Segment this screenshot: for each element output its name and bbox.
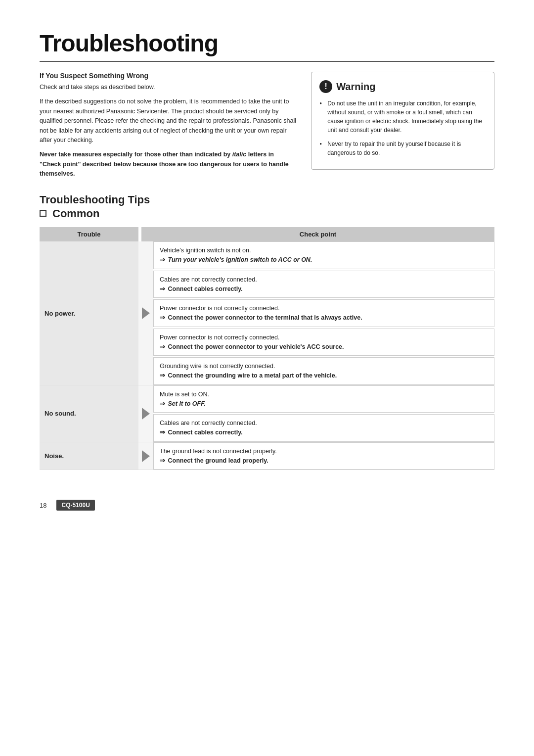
checkpoint-text: Cables are not correctly connected. [160, 420, 257, 426]
checkpoint-noise-1: The ground lead is not connected properl… [153, 442, 494, 470]
warning-box: ! Warning Do not use the unit in an irre… [311, 72, 494, 170]
checkpoint-action: Connect the power connector to the termi… [168, 314, 362, 321]
arrow-right-icon: ⇒ [160, 400, 165, 407]
table-row-no-power: No power. Vehicle's ignition switch is n… [40, 241, 494, 385]
checkpoint-action: Connect the grounding wire to a metal pa… [168, 372, 337, 379]
warning-bullet-2: Never try to repair the unit by yourself… [319, 140, 486, 157]
arrow-right-icon: ⇒ [160, 314, 165, 321]
arrow-right-icon: ⇒ [160, 457, 165, 464]
checkpoint-text: Grounding wire is not correctly connecte… [160, 363, 275, 370]
checkpoint-text: The ground lead is not connected properl… [160, 448, 277, 455]
table-row-no-sound: No sound. Mute is set to ON. ⇒ Set it to… [40, 385, 494, 442]
checkpoints-noise: The ground lead is not connected properl… [153, 442, 494, 470]
warning-bullets: Do not use the unit in an irregular cond… [319, 99, 486, 157]
checkpoint-action: Connect cables correctly. [168, 429, 242, 436]
italic-text: italic [232, 151, 247, 158]
arrow-noise [138, 442, 153, 470]
checkpoint-action: Set it to OFF. [168, 400, 205, 407]
arrow-no-sound [138, 385, 153, 442]
page-title: Troubleshooting [40, 30, 494, 57]
checkpoint-action: Turn your vehicle's ignition switch to A… [168, 256, 312, 263]
checkpoint-action: Connect the ground lead properly. [168, 457, 268, 464]
checkpoint-no-sound-1: Mute is set to ON. ⇒ Set it to OFF. [153, 385, 494, 413]
trouble-no-sound: No sound. [40, 385, 138, 442]
checkpoint-no-power-1: Vehicle's ignition switch is not on. ⇒ T… [153, 241, 494, 269]
checkpoint-no-sound-2: Cables are not correctly connected. ⇒ Co… [153, 414, 494, 442]
title-divider [40, 61, 494, 62]
page-number: 18 [40, 502, 46, 509]
checkpoint-no-power-5: Grounding wire is not correctly connecte… [153, 357, 494, 385]
trouble-no-power: No power. [40, 241, 138, 385]
header-trouble: Trouble [40, 227, 138, 241]
tips-title: Troubleshooting Tips [40, 193, 494, 206]
arrow-right-icon: ⇒ [160, 285, 165, 292]
checkpoint-no-power-2: Cables are not correctly connected. ⇒ Co… [153, 271, 494, 298]
warning-bullet-1: Do not use the unit in an irregular cond… [319, 99, 486, 135]
warning-label: Warning [336, 81, 375, 93]
checkpoint-no-power-3: Power connector is not correctly connect… [153, 299, 494, 327]
checkpoint-text: Mute is set to ON. [160, 391, 209, 398]
checkpoint-action: Connect cables correctly. [168, 285, 242, 292]
model-badge: CQ-5100U [56, 500, 94, 511]
left-column: If You Suspect Something Wrong Check and… [40, 72, 296, 179]
page-footer: 18 CQ-5100U [40, 500, 494, 511]
arrow-right-icon: ⇒ [160, 372, 165, 379]
suspect-heading: If You Suspect Something Wrong [40, 72, 296, 80]
tips-subtitle-label: Common [52, 207, 99, 220]
checkpoints-no-sound: Mute is set to ON. ⇒ Set it to OFF. Cabl… [153, 385, 494, 442]
checkpoint-text: Cables are not correctly connected. [160, 276, 257, 283]
checkpoint-no-power-4: Power connector is not correctly connect… [153, 329, 494, 356]
arrow-right-icon: ⇒ [160, 343, 165, 350]
intro-text-1: Check and take steps as described below. [40, 83, 296, 92]
arrow-right-icon: ⇒ [160, 256, 165, 263]
bold-warning-text: Never take measures especially for those… [40, 150, 296, 179]
checkpoint-text: Power connector is not correctly connect… [160, 305, 279, 312]
checkpoints-no-power: Vehicle's ignition switch is not on. ⇒ T… [153, 241, 494, 385]
trouble-noise: Noise. [40, 442, 138, 470]
arrow-shape [142, 307, 150, 319]
arrow-shape [142, 450, 150, 462]
checkpoint-action: Connect the power connector to your vehi… [168, 343, 344, 350]
warning-title: ! Warning [319, 80, 486, 93]
arrow-no-power [138, 241, 153, 385]
warning-icon: ! [319, 80, 332, 93]
arrow-shape [142, 408, 150, 420]
intro-text-2: If the described suggestions do not solv… [40, 97, 296, 145]
checkpoint-text: Power connector is not correctly connect… [160, 334, 279, 341]
table-row-noise: Noise. The ground lead is not connected … [40, 442, 494, 471]
right-column: ! Warning Do not use the unit in an irre… [311, 72, 494, 179]
checkpoint-text: Vehicle's ignition switch is not on. [160, 247, 251, 254]
tips-section: Troubleshooting Tips Common Trouble Chec… [40, 193, 494, 470]
tips-subtitle: Common [40, 207, 494, 220]
checkbox-icon [40, 210, 46, 217]
top-section: If You Suspect Something Wrong Check and… [40, 72, 494, 179]
header-checkpoint: Check point [141, 227, 494, 241]
table-header: Trouble Check point [40, 227, 494, 241]
arrow-right-icon: ⇒ [160, 429, 165, 436]
